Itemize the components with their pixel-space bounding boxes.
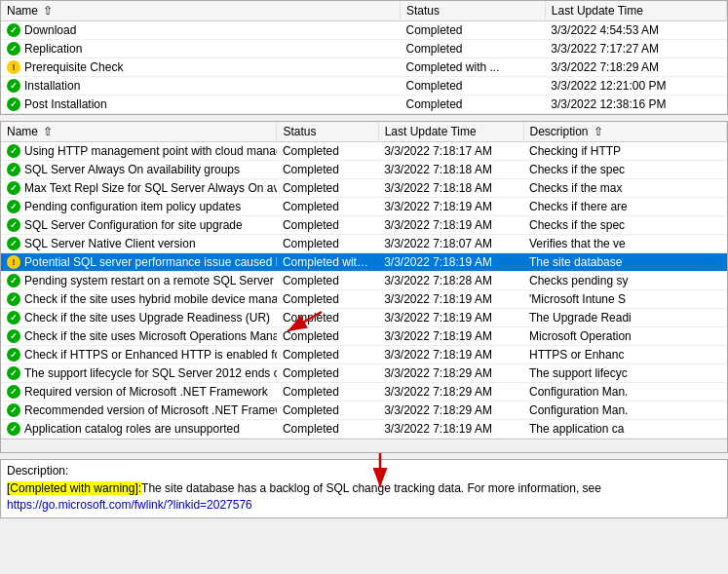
main-row-status: Completed	[277, 216, 378, 235]
main-row-status: Completed	[277, 272, 378, 290]
top-table-row[interactable]: ✓Download Completed 3/3/2022 4:54:53 AM	[1, 21, 727, 40]
main-table: Name ⇧ Status Last Update Time Descripti…	[1, 122, 727, 439]
main-row-update: 3/3/2022 7:18:19 AM	[378, 290, 523, 309]
description-suffix: For more information, see	[464, 481, 601, 495]
main-row-name: !Potential SQL server performance issue …	[1, 253, 277, 272]
main-row-name: ✓Pending configuration item policy updat…	[1, 198, 277, 216]
top-col-update: Last Update Time	[545, 1, 726, 21]
ok-icon: ✓	[7, 311, 20, 325]
main-row-update: 3/3/2022 7:18:18 AM	[378, 161, 523, 179]
main-table-row[interactable]: ✓Max Text Repl Size for SQL Server Alway…	[1, 179, 727, 198]
ok-icon: ✓	[7, 403, 20, 417]
main-table-row[interactable]: ✓Pending configuration item policy updat…	[1, 198, 727, 216]
main-row-description: The support lifecyc	[523, 364, 726, 383]
ok-icon: ✓	[7, 181, 20, 195]
top-table-row[interactable]: ✓Replication Completed 3/3/2022 7:17:27 …	[1, 40, 727, 58]
main-row-description: Checks if the max	[523, 179, 726, 198]
ok-icon: ✓	[7, 274, 20, 287]
horizontal-scrollbar[interactable]	[1, 439, 727, 452]
main-table-row[interactable]: ✓Check if HTTPS or Enhanced HTTP is enab…	[1, 346, 727, 364]
main-table-row[interactable]: !Potential SQL server performance issue …	[1, 253, 727, 272]
main-table-row[interactable]: ✓Required version of Microsoft .NET Fram…	[1, 383, 727, 402]
main-row-update: 3/3/2022 7:18:28 AM	[378, 272, 523, 290]
main-table-row[interactable]: ✓Pending system restart on a remote SQL …	[1, 272, 727, 290]
main-row-update: 3/3/2022 7:18:17 AM	[378, 142, 523, 161]
top-row-update: 3/3/2022 12:21:00 PM	[545, 77, 726, 96]
top-row-name: ✓Replication	[1, 40, 400, 58]
main-row-update: 3/3/2022 7:18:19 AM	[378, 309, 523, 327]
main-row-status: Completed	[277, 364, 378, 383]
main-table-row[interactable]: ✓SQL Server Native Client version Comple…	[1, 235, 727, 253]
main-col-name[interactable]: Name ⇧	[1, 122, 277, 142]
main-row-description: Checking if HTTP	[523, 142, 726, 161]
main-table-row[interactable]: ✓The support lifecycle for SQL Server 20…	[1, 364, 727, 383]
main-row-name: ✓SQL Server Configuration for site upgra…	[1, 216, 277, 235]
main-panel: Name ⇧ Status Last Update Time Descripti…	[0, 121, 728, 453]
top-table-row[interactable]: !Prerequisite Check Completed with ... 3…	[1, 58, 727, 77]
main-row-description: Checks if the spec	[523, 216, 726, 235]
main-row-description: The Upgrade Readi	[523, 309, 726, 327]
main-table-row[interactable]: ✓Using HTTP management point with cloud …	[1, 142, 727, 161]
top-table-row[interactable]: ✓Post Installation Completed 3/3/2022 12…	[1, 96, 727, 114]
main-row-status: Completed	[277, 420, 378, 439]
ok-icon: ✓	[7, 366, 20, 380]
main-row-update: 3/3/2022 7:18:19 AM	[378, 420, 523, 439]
main-row-description: Checks pending sy	[523, 272, 726, 290]
main-table-row[interactable]: ✓SQL Server Configuration for site upgra…	[1, 216, 727, 235]
top-row-name: ✓Installation	[1, 77, 400, 96]
ok-icon: ✓	[7, 237, 20, 250]
main-row-description: Checks if the spec	[523, 161, 726, 179]
main-row-status: Completed	[277, 161, 378, 179]
top-table: Name ⇧ Status Last Update Time ✓Download…	[1, 1, 727, 114]
main-table-row[interactable]: ✓Check if the site uses hybrid mobile de…	[1, 290, 727, 309]
top-row-update: 3/3/2022 7:17:27 AM	[545, 40, 726, 58]
ok-icon: ✓	[7, 292, 20, 306]
ok-icon: ✓	[7, 422, 20, 436]
main-row-name: ✓SQL Server Native Client version	[1, 235, 277, 253]
top-row-status: Completed	[400, 21, 545, 40]
main-table-row[interactable]: ✓Recommended version of Microsoft .NET F…	[1, 402, 727, 420]
sort-arrow-icon: ⇧	[43, 4, 53, 18]
main-col-description[interactable]: Description ⇧	[523, 122, 726, 142]
top-row-update: 3/3/2022 4:54:53 AM	[545, 21, 726, 40]
main-row-description: 'Microsoft Intune S	[523, 290, 726, 309]
top-col-name[interactable]: Name ⇧	[1, 1, 400, 21]
main-table-row[interactable]: ✓Check if the site uses Microsoft Operat…	[1, 327, 727, 346]
ok-icon: ✓	[7, 97, 20, 111]
main-row-update: 3/3/2022 7:18:18 AM	[378, 179, 523, 198]
description-warning-prefix: [Completed with warning]:	[7, 481, 141, 495]
top-row-status: Completed	[400, 77, 545, 96]
main-table-row[interactable]: ✓Check if the site uses Upgrade Readines…	[1, 309, 727, 327]
main-row-update: 3/3/2022 7:18:19 AM	[378, 216, 523, 235]
ok-icon: ✓	[7, 218, 20, 232]
warn-icon: !	[7, 60, 20, 74]
main-table-row[interactable]: ✓Application catalog roles are unsupport…	[1, 420, 727, 439]
ok-icon: ✓	[7, 79, 20, 93]
main-row-status: Completed	[277, 402, 378, 420]
main-row-status: Completed	[277, 290, 378, 309]
main-table-row[interactable]: ✓SQL Server Always On availability group…	[1, 161, 727, 179]
top-table-header: Name ⇧ Status Last Update Time	[1, 1, 727, 21]
top-row-name: !Prerequisite Check	[1, 58, 400, 77]
main-row-name: ✓Max Text Repl Size for SQL Server Alway…	[1, 179, 277, 198]
description-link[interactable]: https://go.microsoft.com/fwlink/?linkid=…	[7, 498, 252, 512]
warn-icon: !	[7, 255, 20, 269]
main-row-update: 3/3/2022 7:18:07 AM	[378, 235, 523, 253]
ok-icon: ✓	[7, 385, 20, 399]
main-row-name: ✓Recommended version of Microsoft .NET F…	[1, 402, 277, 420]
main-table-header: Name ⇧ Status Last Update Time Descripti…	[1, 122, 727, 142]
sort-arrow-desc-icon: ⇧	[594, 125, 603, 138]
sort-arrow-name-icon: ⇧	[43, 125, 53, 138]
main-row-status: Completed	[277, 235, 378, 253]
description-body: The site database has a backlog of SQL c…	[141, 481, 464, 495]
main-row-update: 3/3/2022 7:18:29 AM	[378, 383, 523, 402]
top-table-row[interactable]: ✓Installation Completed 3/3/2022 12:21:0…	[1, 77, 727, 96]
description-label: Description:	[7, 464, 721, 478]
main-row-update: 3/3/2022 7:18:19 AM	[378, 327, 523, 346]
main-row-update: 3/3/2022 7:18:19 AM	[378, 346, 523, 364]
ok-icon: ✓	[7, 23, 20, 37]
main-row-status: Completed	[277, 383, 378, 402]
main-row-description: Configuration Man.	[523, 383, 726, 402]
main-row-name: ✓Application catalog roles are unsupport…	[1, 420, 277, 439]
main-row-status: Completed	[277, 327, 378, 346]
